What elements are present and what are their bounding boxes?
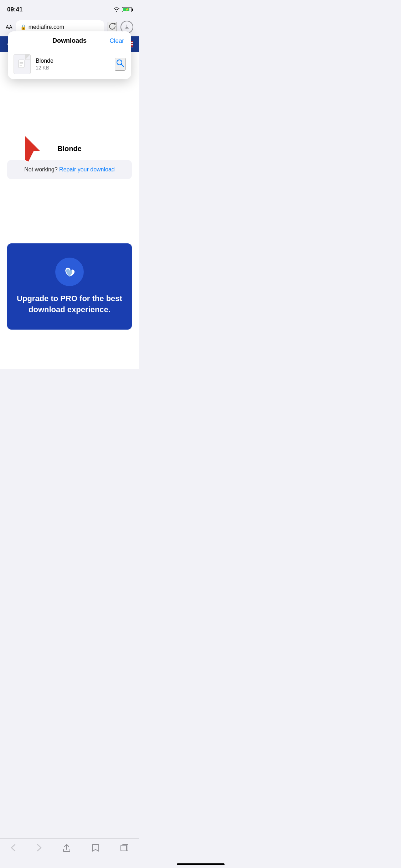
repair-download-link[interactable]: Repair your download [59,166,115,172]
popover-title: Downloads [52,37,87,45]
lock-icon: 🔒 [20,24,26,30]
not-working-label: Not working? [24,166,57,172]
popover-header: Downloads Clear [8,31,131,49]
svg-line-5 [122,64,124,67]
upgrade-banner: Upgrade to PRO for the best download exp… [7,243,132,330]
page-content: Blonde Not working? Repair your download… [0,52,139,369]
not-working-text: Not working? Repair your download [24,166,114,172]
file-icon-fold [25,55,30,60]
battery-icon: ⚡ [122,7,132,12]
find-in-file-button[interactable] [115,58,125,71]
download-info: Blonde 12 KB [36,58,110,71]
status-time: 09:41 [7,6,22,13]
url-text: mediafire.com [29,24,64,30]
upgrade-text: Upgrade to PRO for the best download exp… [14,293,125,315]
aa-button[interactable]: AA [6,24,12,30]
spacer [7,186,132,229]
wifi-icon [113,7,120,12]
download-filename: Blonde [36,58,110,64]
file-title: Blonde [57,145,82,153]
mediafire-logo-icon [61,263,78,281]
reload-button[interactable] [108,22,117,33]
mediafire-logo-circle [55,258,84,286]
download-size: 12 KB [36,65,110,71]
status-bar: 09:41 ⚡ [0,0,139,18]
file-icon [14,54,31,74]
download-item[interactable]: Blonde 12 KB [8,49,131,79]
clear-button[interactable]: Clear [109,37,124,45]
bottom-padding [7,330,132,362]
downloads-popover: Downloads Clear Blonde 12 KB [8,31,131,79]
file-document-icon [18,59,26,69]
status-icons: ⚡ [113,7,132,12]
battery-body: ⚡ [122,7,132,12]
